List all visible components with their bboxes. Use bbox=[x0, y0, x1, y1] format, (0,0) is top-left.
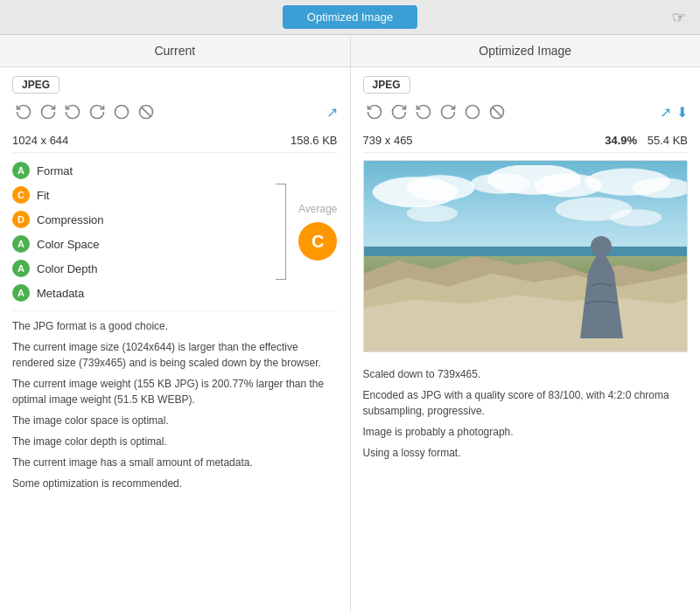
cursor-icon: ☞ bbox=[672, 8, 686, 27]
svg-marker-18 bbox=[364, 296, 688, 351]
current-desc-item: The current image weight (155 KB JPG) is… bbox=[12, 376, 338, 407]
top-bar: Optimized Image ☞ bbox=[0, 0, 700, 35]
bracket-group: Average C bbox=[270, 162, 337, 302]
grade-letter: C bbox=[312, 232, 324, 252]
setting-label-fit: Fit bbox=[37, 189, 49, 202]
badge-metadata: A bbox=[12, 284, 30, 302]
optimized-description-section: Scaled down to 739x465.Encoded as JPG wi… bbox=[363, 359, 689, 461]
optimized-panel-header: Optimized Image bbox=[351, 35, 701, 67]
current-external-link-icon[interactable]: ↗ bbox=[326, 104, 338, 121]
opt-flip-v-icon[interactable] bbox=[437, 101, 459, 123]
rotate-ccw-icon[interactable] bbox=[37, 101, 60, 123]
setting-item-format: AFormat bbox=[12, 162, 270, 179]
optimized-panel: Optimized Image JPEG bbox=[351, 35, 701, 612]
optimized-panel-body: JPEG bbox=[351, 67, 701, 612]
svg-point-3 bbox=[466, 106, 479, 119]
opt-rotate-ccw-icon[interactable] bbox=[388, 101, 410, 123]
setting-item-color-depth: AColor Depth bbox=[12, 260, 270, 277]
optimized-format-badge: JPEG bbox=[363, 76, 410, 94]
circle-icon[interactable] bbox=[110, 101, 133, 123]
badge-fit: C bbox=[12, 186, 30, 204]
setting-label-compression: Compression bbox=[37, 213, 104, 226]
optimized-file-size: 55.4 KB bbox=[648, 134, 688, 147]
optimized-image-preview bbox=[363, 160, 689, 352]
current-dimensions: 1024 x 644 bbox=[12, 134, 68, 147]
current-file-size: 158.6 KB bbox=[290, 134, 338, 147]
badge-compression: D bbox=[12, 211, 30, 228]
setting-label-metadata: Metadata bbox=[37, 287, 84, 300]
optimized-desc-item: Image is probably a photograph. bbox=[363, 424, 689, 440]
svg-point-13 bbox=[406, 205, 457, 221]
setting-item-compression: DCompression bbox=[12, 211, 270, 228]
rotate-cw-icon[interactable] bbox=[12, 101, 35, 123]
badge-color depth: A bbox=[12, 260, 30, 277]
badge-format: A bbox=[12, 162, 30, 179]
download-icon[interactable]: ⬇ bbox=[676, 104, 688, 121]
opt-circle-icon[interactable] bbox=[461, 101, 484, 123]
flip-v-icon[interactable] bbox=[86, 101, 108, 123]
cliff-svg bbox=[364, 256, 688, 351]
current-desc-item: The current image has a small amount of … bbox=[12, 455, 338, 470]
setting-label-format: Format bbox=[37, 164, 73, 177]
optimized-tab-button[interactable]: Optimized Image bbox=[283, 5, 417, 29]
badge-color space: A bbox=[12, 235, 30, 253]
current-icon-row: ↗ bbox=[12, 101, 338, 123]
settings-list: AFormatCFitDCompressionAColor SpaceAColo… bbox=[12, 162, 270, 302]
svg-line-2 bbox=[141, 107, 151, 117]
setting-item-metadata: AMetadata bbox=[12, 284, 270, 302]
svg-line-5 bbox=[492, 107, 502, 117]
optimized-external-link-icon[interactable]: ↗ bbox=[660, 104, 671, 121]
current-desc-item: Some optimization is recommended. bbox=[12, 476, 338, 491]
opt-flip-h-icon[interactable] bbox=[412, 101, 435, 123]
optimized-desc-item: Encoded as JPG with a quality score of 8… bbox=[363, 387, 689, 419]
svg-point-15 bbox=[610, 209, 661, 226]
current-format-badge: JPEG bbox=[12, 76, 60, 94]
current-panel-header: Current bbox=[0, 35, 350, 67]
bracket-symbol bbox=[276, 184, 286, 280]
saving-percentage: 34.9% bbox=[605, 134, 637, 147]
optimized-dimensions: 739 x 465 bbox=[363, 134, 413, 147]
opt-rotate-cw-icon[interactable] bbox=[363, 101, 386, 123]
current-dimension-row: 1024 x 644 158.6 KB bbox=[12, 129, 338, 153]
setting-label-color depth: Color Depth bbox=[37, 262, 97, 275]
statue-svg bbox=[578, 225, 626, 338]
setting-label-color space: Color Space bbox=[37, 238, 100, 251]
current-desc-item: The image color depth is optimal. bbox=[12, 434, 338, 449]
cliff-layer bbox=[364, 256, 688, 351]
current-settings-section: AFormatCFitDCompressionAColor SpaceAColo… bbox=[12, 162, 338, 302]
flip-h-icon[interactable] bbox=[61, 101, 84, 123]
optimized-desc-item: Using a lossy format. bbox=[363, 445, 689, 461]
svg-point-0 bbox=[116, 106, 129, 119]
app-container: Optimized Image ☞ Current JPEG bbox=[0, 0, 700, 612]
cancel-icon[interactable] bbox=[135, 101, 158, 123]
setting-item-color-space: AColor Space bbox=[12, 235, 270, 253]
panels-container: Current JPEG bbox=[0, 35, 700, 612]
current-desc-item: The image color space is optimal. bbox=[12, 413, 338, 428]
current-description-section: The JPG format is a good choice.The curr… bbox=[12, 310, 338, 491]
optimized-desc-item: Scaled down to 739x465. bbox=[363, 366, 689, 382]
current-desc-item: The current image size (1024x644) is lar… bbox=[12, 339, 338, 371]
setting-item-fit: CFit bbox=[12, 186, 270, 204]
opt-cancel-icon[interactable] bbox=[486, 101, 508, 123]
optimized-icon-row: ↗ ⬇ bbox=[363, 101, 689, 123]
optimized-dimension-row: 739 x 465 34.9% 55.4 KB bbox=[363, 129, 689, 153]
current-panel-body: JPEG bbox=[0, 67, 350, 612]
grade-circle: C bbox=[298, 222, 337, 261]
current-panel: Current JPEG bbox=[0, 35, 351, 612]
current-desc-item: The JPG format is a good choice. bbox=[12, 318, 338, 334]
svg-point-7 bbox=[406, 175, 474, 200]
average-label: Average bbox=[298, 203, 337, 215]
